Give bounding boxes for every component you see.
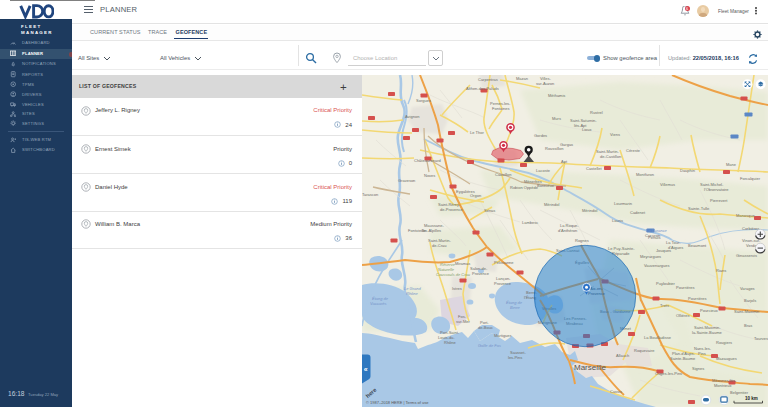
svg-text:Robion Oppède: Robion Oppède — [510, 185, 539, 190]
svg-text:Golfe de Fos: Golfe de Fos — [478, 343, 501, 348]
svg-text:Signes: Signes — [692, 366, 704, 371]
svg-text:Castellet: Castellet — [586, 166, 602, 171]
svg-text:Roquevaire: Roquevaire — [634, 348, 655, 353]
svg-text:Mérindol: Mérindol — [544, 202, 559, 207]
svg-text:Orgon: Orgon — [470, 193, 481, 198]
svg-text:Marseille: Marseille — [574, 363, 607, 372]
svg-text:Ollières: Ollières — [676, 313, 690, 318]
svg-text:Viens: Viens — [610, 132, 620, 137]
svg-text:Gargas: Gargas — [560, 142, 573, 147]
svg-text:l'Observatoire: l'Observatoire — [704, 187, 729, 192]
svg-text:Carpentras: Carpentras — [478, 77, 498, 82]
svg-text:Tourves: Tourves — [754, 336, 768, 341]
svg-text:de-Castillon: de-Castillon — [600, 154, 621, 159]
svg-text:Rougiers: Rougiers — [716, 340, 732, 345]
svg-text:Le Thor: Le Thor — [470, 130, 484, 135]
svg-text:Apt: Apt — [561, 159, 568, 164]
svg-text:Sainte-Baume: Sainte-Baume — [670, 356, 696, 361]
svg-text:Tarascon: Tarascon — [362, 192, 378, 197]
svg-text:La Bouilladisse: La Bouilladisse — [644, 335, 672, 340]
svg-text:Beaumont: Beaumont — [688, 243, 707, 248]
svg-text:Gordes: Gordes — [534, 133, 547, 138]
svg-text:Mérindol: Mérindol — [582, 208, 597, 213]
svg-text:Céreste: Céreste — [626, 148, 641, 153]
svg-text:Lacoste: Lacoste — [536, 168, 551, 173]
svg-text:Avignon: Avignon — [405, 114, 419, 119]
svg-text:Lauris: Lauris — [612, 218, 623, 223]
svg-text:Pourrières: Pourrières — [688, 296, 706, 301]
svg-text:Cuges-les-Pins: Cuges-les-Pins — [655, 371, 682, 376]
svg-text:Belgentier: Belgentier — [730, 390, 749, 395]
svg-text:les-Alpilles: les-Alpilles — [422, 228, 441, 233]
svg-text:Berre: Berre — [510, 305, 521, 310]
svg-text:Mazan: Mazan — [516, 76, 528, 81]
svg-text:© 1987–2018 HERE | Terms of us: © 1987–2018 HERE | Terms of use — [366, 400, 429, 405]
svg-text:Mane: Mane — [726, 162, 737, 167]
svg-text:Provence: Provence — [472, 271, 490, 276]
svg-text:Montrieux: Montrieux — [714, 383, 732, 388]
svg-text:Meyrargues: Meyrargues — [640, 254, 661, 259]
svg-text:Forcalquier: Forcalquier — [740, 176, 761, 181]
svg-text:Althen-des-Paluds: Althen-des-Paluds — [466, 86, 499, 91]
svg-text:«: « — [364, 366, 368, 373]
svg-text:10 km: 10 km — [745, 396, 758, 401]
svg-text:Vaccarès: Vaccarès — [370, 301, 387, 306]
svg-text:Pins: Pins — [698, 351, 706, 356]
svg-text:les-Pins: les-Pins — [508, 355, 522, 360]
svg-text:Mazaugues: Mazaugues — [716, 356, 737, 361]
svg-text:de-Bouc: de-Bouc — [478, 325, 493, 330]
svg-text:Fontaines: Fontaines — [492, 106, 510, 111]
svg-text:Martigues: Martigues — [494, 333, 512, 338]
svg-text:Châteaurenard: Châteaurenard — [414, 158, 441, 163]
svg-text:Lioux: Lioux — [582, 127, 592, 132]
svg-text:Lambesc: Lambesc — [522, 220, 538, 225]
svg-text:Méthamis: Méthamis — [548, 93, 565, 98]
svg-text:Murs: Murs — [552, 116, 561, 121]
svg-text:Ginasservis: Ginasservis — [736, 253, 757, 258]
svg-text:Pierrevert: Pierrevert — [710, 198, 728, 203]
svg-text:Pertuis: Pertuis — [648, 235, 660, 240]
svg-text:Bras: Bras — [744, 323, 752, 328]
svg-text:Rhône: Rhône — [406, 291, 419, 296]
svg-text:Saint-Maximin: Saint-Maximin — [734, 309, 759, 314]
svg-text:Rognes: Rognes — [575, 238, 589, 243]
svg-text:sur-Mer: sur-Mer — [456, 319, 470, 324]
svg-text:Pourrières: Pourrières — [676, 285, 694, 290]
svg-text:Trets: Trets — [660, 303, 669, 308]
svg-text:Graveson: Graveson — [398, 178, 415, 183]
svg-text:Coussouls de Crau: Coussouls de Crau — [436, 272, 471, 277]
svg-text:Rustrel: Rustrel — [590, 110, 603, 115]
svg-text:sur-Auzon: sur-Auzon — [536, 81, 554, 86]
svg-text:La Durance: La Durance — [646, 228, 667, 233]
svg-text:Sorgues: Sorgues — [416, 98, 431, 103]
svg-text:Dauphin: Dauphin — [680, 168, 695, 173]
svg-text:Noves: Noves — [424, 173, 435, 178]
svg-text:Barjols: Barjols — [744, 298, 756, 303]
svg-text:Allauch: Allauch — [616, 353, 629, 358]
svg-text:la-Sainte-Baume: la-Sainte-Baume — [692, 330, 723, 335]
svg-text:Varages: Varages — [740, 286, 755, 291]
svg-text:Sainte-Tulle: Sainte-Tulle — [688, 206, 710, 211]
svg-text:Sénas: Sénas — [484, 208, 495, 213]
svg-text:de-Provence: de-Provence — [440, 207, 463, 212]
svg-text:Cavaillon: Cavaillon — [495, 172, 511, 177]
svg-text:Montfuron: Montfuron — [636, 172, 654, 177]
svg-text:Pourcieux: Pourcieux — [700, 308, 718, 313]
svg-text:de-Crau: de-Crau — [432, 243, 446, 248]
svg-text:Puyloubier: Puyloubier — [656, 281, 676, 286]
svg-text:Provence: Provence — [494, 281, 512, 286]
svg-text:Manosque: Manosque — [736, 213, 755, 218]
svg-text:Pélissanne: Pélissanne — [494, 260, 514, 265]
svg-text:Lourmarin: Lourmarin — [614, 201, 632, 206]
svg-text:Cadenet: Cadenet — [630, 210, 646, 215]
svg-text:Rians: Rians — [716, 268, 726, 273]
svg-text:Corbières: Corbières — [742, 226, 759, 231]
svg-text:Miramas: Miramas — [455, 261, 470, 266]
svg-text:Cassis: Cassis — [610, 389, 622, 394]
svg-text:Ménerbes: Ménerbes — [524, 179, 542, 184]
svg-text:Istres: Istres — [452, 286, 462, 291]
svg-text:Vauvenargues: Vauvenargues — [644, 263, 670, 268]
svg-text:Villemus: Villemus — [660, 182, 675, 187]
svg-text:d'Anthéron: d'Anthéron — [558, 228, 577, 233]
svg-text:Jouques: Jouques — [656, 248, 671, 253]
